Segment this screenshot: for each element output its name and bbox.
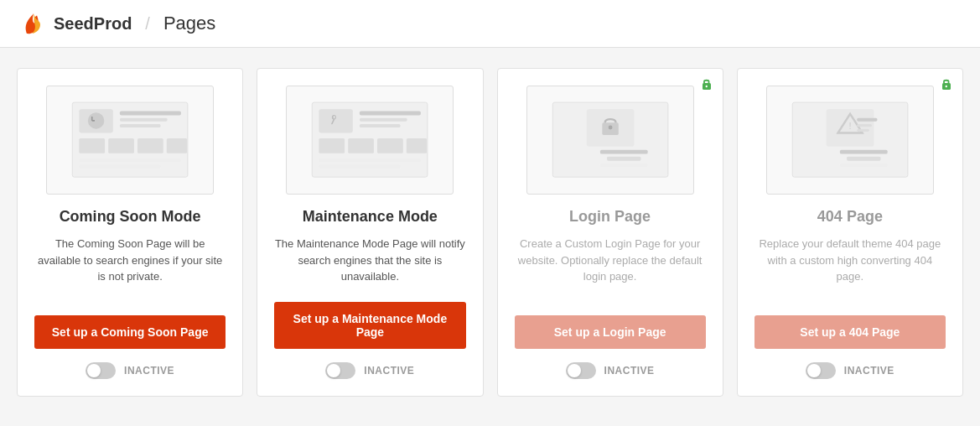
svg-rect-31 [599,150,647,154]
main-content: Coming Soon Mode The Coming Soon Page wi… [0,48,980,417]
card-title-login: Login Page [569,208,651,226]
lock-icon [941,77,952,94]
toggle-login[interactable] [566,362,596,379]
preview-mockup-404: ! [767,86,933,194]
svg-rect-21 [377,138,403,153]
svg-rect-23 [319,159,421,163]
svg-rect-6 [120,118,168,122]
svg-rect-24 [319,165,401,169]
svg-point-2 [88,113,104,129]
card-description-404: Replace your default theme 404 page with… [754,236,946,299]
status-label-404: INACTIVE [844,365,894,377]
toggle-maintenance[interactable] [325,362,355,379]
svg-rect-33 [599,164,647,167]
svg-rect-20 [348,138,374,153]
card-404: ! 404 Page Replace your default theme 40… [737,68,963,397]
status-label-coming-soon: INACTIVE [124,365,174,377]
status-label-login: INACTIVE [604,365,655,377]
svg-rect-10 [137,138,163,153]
svg-point-35 [946,86,947,87]
logo-area: SeedProd [20,10,132,37]
card-preview-login [526,86,694,195]
card-button-maintenance[interactable]: Set up a Maintenance Mode Page [274,302,465,349]
svg-rect-15 [319,110,353,133]
svg-rect-44 [847,157,880,161]
svg-rect-8 [79,138,105,153]
card-preview-404: ! [766,86,934,195]
svg-rect-42 [857,129,869,132]
svg-text:!: ! [848,122,851,132]
svg-rect-16 [360,112,421,116]
preview-mockup-login [527,86,693,194]
seedprod-logo-icon [20,10,47,37]
card-footer-maintenance: INACTIVE [274,362,465,379]
svg-rect-17 [360,118,407,122]
status-label-maintenance: INACTIVE [364,365,414,377]
card-description-maintenance: The Maintenance Mode Page will notify se… [274,236,465,285]
svg-rect-18 [360,124,401,127]
svg-rect-11 [167,138,187,153]
card-login: Login Page Create a Custom Login Page fo… [497,68,723,397]
preview-mockup-coming-soon [47,86,213,194]
card-description-login: Create a Custom Login Page for your webs… [515,236,706,299]
svg-rect-19 [319,138,345,153]
header-divider: / [145,14,150,34]
svg-rect-32 [607,157,640,161]
page-title: Pages [163,13,215,34]
header: SeedProd / Pages [0,0,980,48]
card-button-coming-soon[interactable]: Set up a Coming Soon Page [34,315,226,349]
cards-grid: Coming Soon Mode The Coming Soon Page wi… [17,68,963,397]
card-title-coming-soon: Coming Soon Mode [60,208,201,226]
svg-point-30 [608,126,612,130]
svg-rect-7 [120,124,161,127]
card-button-404: Set up a 404 Page [754,315,946,349]
card-maintenance: Maintenance Mode The Maintenance Mode Pa… [257,68,483,397]
toggle-coming-soon[interactable] [86,362,116,379]
svg-rect-13 [79,165,160,169]
card-description-coming-soon: The Coming Soon Page will be available t… [34,236,226,299]
card-coming-soon: Coming Soon Mode The Coming Soon Page wi… [17,68,243,397]
svg-rect-41 [857,124,872,127]
card-footer-login: INACTIVE [515,362,706,379]
preview-mockup-maintenance [287,86,453,194]
card-button-login: Set up a Login Page [515,315,706,349]
svg-rect-9 [108,138,134,153]
svg-rect-45 [840,164,888,167]
toggle-404[interactable] [806,362,836,379]
logo-text: SeedProd [54,14,132,34]
svg-point-26 [705,86,707,87]
svg-rect-12 [79,159,180,163]
card-title-404: 404 Page [817,208,883,226]
svg-rect-43 [840,150,888,154]
svg-rect-40 [857,118,877,122]
card-footer-404: INACTIVE [754,362,946,379]
card-footer-coming-soon: INACTIVE [34,362,226,379]
card-preview-coming-soon [46,86,214,195]
svg-rect-22 [407,138,427,153]
svg-rect-5 [120,112,181,116]
card-title-maintenance: Maintenance Mode [303,208,438,226]
card-preview-maintenance [286,86,454,195]
lock-icon [701,77,713,94]
